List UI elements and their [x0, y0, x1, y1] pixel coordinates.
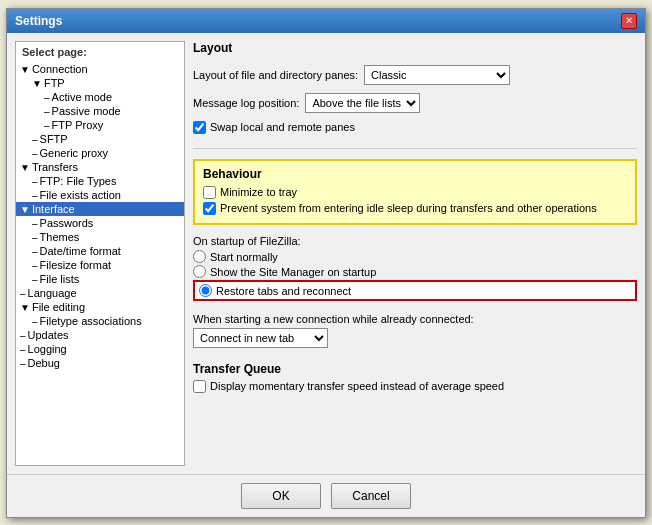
- expand-icon-ftp: ▼: [32, 78, 42, 89]
- expand-icon-interface: ▼: [20, 204, 30, 215]
- prevent-row: Prevent system from entering idle sleep …: [203, 201, 627, 215]
- tree-item-connection[interactable]: ▼Connection: [16, 62, 184, 76]
- behaviour-title: Behaviour: [203, 167, 627, 181]
- expand-icon-transfers: ▼: [20, 162, 30, 173]
- tree-item-interface[interactable]: ▼Interface: [16, 202, 184, 216]
- dash-icon: –: [32, 190, 38, 201]
- tree: ▼Connection ▼FTP –Active mode –Passive m…: [16, 60, 184, 372]
- dash-icon: –: [32, 246, 38, 257]
- close-button[interactable]: ✕: [621, 13, 637, 29]
- radio-show-site-manager: Show the Site Manager on startup: [193, 265, 637, 278]
- settings-dialog: Settings ✕ Select page: ▼Connection ▼FTP…: [6, 8, 646, 518]
- swap-label: Swap local and remote panes: [210, 121, 355, 133]
- right-panel: Layout Layout of file and directory pane…: [193, 41, 637, 466]
- layout-label: Layout of file and directory panes:: [193, 69, 358, 81]
- dash-icon: –: [32, 148, 38, 159]
- startup-label: On startup of FileZilla:: [193, 235, 637, 247]
- dash-icon: –: [32, 218, 38, 229]
- tree-item-file-types[interactable]: –FTP: File Types: [16, 174, 184, 188]
- dialog-title: Settings: [15, 14, 62, 28]
- dash-icon: –: [32, 274, 38, 285]
- dash-icon: –: [20, 330, 26, 341]
- tree-item-file-editing[interactable]: ▼File editing: [16, 300, 184, 314]
- tree-item-logging[interactable]: –Logging: [16, 342, 184, 356]
- layout-title: Layout: [193, 41, 637, 55]
- left-panel: Select page: ▼Connection ▼FTP –Active mo…: [15, 41, 185, 466]
- msglog-label: Message log position:: [193, 97, 299, 109]
- radio-start-normally: Start normally: [193, 250, 637, 263]
- dash-icon: –: [20, 288, 26, 299]
- tree-item-filetype-assoc[interactable]: –Filetype associations: [16, 314, 184, 328]
- connection-label: When starting a new connection while alr…: [193, 313, 637, 325]
- tree-item-language[interactable]: –Language: [16, 286, 184, 300]
- momentary-checkbox[interactable]: [193, 380, 206, 393]
- connection-select[interactable]: Connect in new tab Ask Connect in curren…: [193, 328, 328, 348]
- tree-item-datetime[interactable]: –Date/time format: [16, 244, 184, 258]
- dash-icon: –: [32, 232, 38, 243]
- tree-item-themes[interactable]: –Themes: [16, 230, 184, 244]
- minimize-row: Minimize to tray: [203, 185, 627, 199]
- tree-item-passive-mode[interactable]: –Passive mode: [16, 104, 184, 118]
- tree-item-filesize[interactable]: –Filesize format: [16, 258, 184, 272]
- msglog-select[interactable]: Above the file lists Below the file list…: [305, 93, 420, 113]
- start-normally-label: Start normally: [210, 251, 278, 263]
- swap-row: Swap local and remote panes: [193, 121, 637, 134]
- swap-checkbox[interactable]: [193, 121, 206, 134]
- radio-start-normally-input[interactable]: [193, 250, 206, 263]
- select-page-label: Select page:: [16, 42, 184, 60]
- dash-icon: –: [32, 176, 38, 187]
- dialog-body: Select page: ▼Connection ▼FTP –Active mo…: [7, 33, 645, 474]
- msglog-row: Message log position: Above the file lis…: [193, 93, 637, 113]
- dash-icon: –: [20, 358, 26, 369]
- radio-show-site-manager-input[interactable]: [193, 265, 206, 278]
- layout-select[interactable]: Classic Explorer style Quickconnect bar …: [364, 65, 510, 85]
- momentary-label: Display momentary transfer speed instead…: [210, 379, 504, 393]
- layout-row: Layout of file and directory panes: Clas…: [193, 65, 637, 85]
- tree-item-active-mode[interactable]: –Active mode: [16, 90, 184, 104]
- dialog-footer: OK Cancel: [7, 474, 645, 517]
- expand-icon: ▼: [20, 64, 30, 75]
- restore-tabs-label: Restore tabs and reconnect: [216, 285, 351, 297]
- prevent-label: Prevent system from entering idle sleep …: [220, 201, 597, 215]
- divider: [193, 148, 637, 149]
- tree-item-passwords[interactable]: –Passwords: [16, 216, 184, 230]
- momentary-row: Display momentary transfer speed instead…: [193, 379, 637, 393]
- tree-item-ftp-proxy[interactable]: –FTP Proxy: [16, 118, 184, 132]
- tree-item-ftp[interactable]: ▼FTP: [16, 76, 184, 90]
- cancel-button[interactable]: Cancel: [331, 483, 411, 509]
- dash-icon: –: [32, 316, 38, 327]
- behaviour-box: Behaviour Minimize to tray Prevent syste…: [193, 159, 637, 226]
- tree-item-file-lists[interactable]: –File lists: [16, 272, 184, 286]
- connection-section: When starting a new connection while alr…: [193, 313, 637, 348]
- dash-icon: –: [32, 134, 38, 145]
- radio-restore-tabs-input[interactable]: [199, 284, 212, 297]
- tree-item-file-exists[interactable]: –File exists action: [16, 188, 184, 202]
- expand-icon-editing: ▼: [20, 302, 30, 313]
- dash-icon: –: [44, 92, 50, 103]
- tree-item-transfers[interactable]: ▼Transfers: [16, 160, 184, 174]
- dash-icon: –: [44, 106, 50, 117]
- startup-section: On startup of FileZilla: Start normally …: [193, 235, 637, 303]
- tree-item-debug[interactable]: –Debug: [16, 356, 184, 370]
- tree-item-updates[interactable]: –Updates: [16, 328, 184, 342]
- title-bar: Settings ✕: [7, 9, 645, 33]
- minimize-checkbox[interactable]: [203, 186, 216, 199]
- dash-icon: –: [20, 344, 26, 355]
- tree-item-sftp[interactable]: –SFTP: [16, 132, 184, 146]
- dash-icon: –: [32, 260, 38, 271]
- minimize-label: Minimize to tray: [220, 185, 297, 199]
- prevent-checkbox[interactable]: [203, 202, 216, 215]
- show-site-manager-label: Show the Site Manager on startup: [210, 266, 376, 278]
- tree-item-generic-proxy[interactable]: –Generic proxy: [16, 146, 184, 160]
- ok-button[interactable]: OK: [241, 483, 321, 509]
- radio-restore-tabs: Restore tabs and reconnect: [193, 280, 637, 301]
- transfer-queue-title: Transfer Queue: [193, 362, 637, 376]
- dash-icon: –: [44, 120, 50, 131]
- transfer-queue-section: Transfer Queue Display momentary transfe…: [193, 362, 637, 395]
